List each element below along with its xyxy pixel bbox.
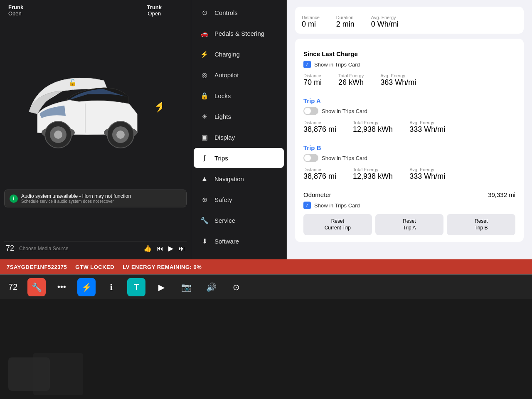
dots-icon[interactable]: •••: [52, 278, 71, 296]
trip-a-toggle[interactable]: [303, 107, 318, 115]
trunk-label: Trunk Open: [147, 4, 162, 17]
media-bar: 72 Choose Media Source 👍 ⏮ ▶ ⏭: [4, 241, 187, 255]
trip-b-heading: Trip B: [303, 144, 515, 151]
sidebar-item-safety[interactable]: ⊕ Safety: [194, 190, 284, 209]
door-labels: Frunk Open Trunk Open: [4, 4, 187, 21]
safety-icon: ⊕: [200, 195, 209, 204]
trip-a-stats: Distance 38,876 mi Total Energy 12,938 k…: [303, 120, 515, 134]
circle-icon[interactable]: ⊙: [227, 278, 245, 296]
sidebar-item-locks[interactable]: 🔒 Locks: [194, 86, 284, 106]
vin-text: 7SAYGDEF1NF522375: [7, 264, 67, 270]
main-content: Frunk Open Trunk Open: [0, 0, 532, 259]
current-trip-stats: Distance 0 mi Duration 2 min Avg. Energy…: [302, 15, 517, 29]
car-panel: Frunk Open Trunk Open: [0, 0, 191, 259]
trip-a-heading: Trip A: [303, 97, 515, 104]
since-last-charge-checkbox[interactable]: ✓: [303, 61, 311, 68]
divider-3: [303, 186, 515, 186]
next-btn[interactable]: ⏭: [178, 245, 185, 252]
odometer-checkbox[interactable]: ✓: [303, 202, 311, 209]
notification-bar: i Audio system unavailable - Horn may no…: [4, 190, 187, 207]
trip-a-show-row: Show in Trips Card: [303, 107, 515, 115]
reset-trip-a-btn[interactable]: ResetTrip A: [375, 214, 444, 235]
car-visual: ⚡ 🔓: [4, 49, 187, 158]
trips-icon: ∫: [200, 154, 209, 162]
locks-icon: 🔒: [200, 91, 209, 100]
trip-b-avg-energy: Avg. Energy 333 Wh/mi: [409, 167, 445, 181]
tesla-screen: Frunk Open Trunk Open: [0, 0, 532, 274]
svg-point-8: [116, 131, 125, 139]
trip-a-total-energy: Total Energy 12,938 kWh: [353, 120, 393, 134]
sidebar-item-navigation[interactable]: ▲ Navigation: [194, 169, 284, 189]
sidebar-item-service[interactable]: 🔧 Service: [194, 210, 284, 230]
trip-b-show-row: Show in Trips Card: [303, 154, 515, 162]
text-icon[interactable]: T: [127, 278, 145, 296]
prev-btn[interactable]: ⏮: [157, 245, 163, 252]
divider-2: [303, 139, 515, 139]
odometer-row: Odometer 39,332 mi: [303, 191, 515, 198]
sidebar-item-pedals-steering[interactable]: 🚗 Pedals & Steering: [194, 23, 284, 43]
temperature-display: 72: [6, 244, 14, 253]
play-btn[interactable]: ▶: [168, 244, 173, 252]
frunk-label: Frunk Open: [8, 4, 23, 17]
trip-b-total-energy: Total Energy 12,938 kWh: [353, 167, 393, 181]
car-svg: ⚡ 🔓: [4, 49, 162, 158]
controls-icon: ⊙: [200, 8, 209, 17]
charging-icon: ⚡: [200, 50, 209, 58]
odometer-show-row: ✓ Show in Trips Card: [303, 202, 515, 209]
slc-avg-energy: Avg. Energy 363 Wh/mi: [380, 73, 416, 87]
sidebar-item-controls[interactable]: ⊙ Controls: [194, 2, 284, 22]
bluetooth-icon[interactable]: ⚡: [77, 278, 96, 296]
since-last-charge-section: Since Last Charge ✓ Show in Trips Card D…: [295, 39, 524, 242]
reset-current-trip-btn[interactable]: ResetCurrent Trip: [303, 214, 372, 235]
thumbs-up-btn[interactable]: 👍: [143, 244, 152, 252]
desktop-bg-lower: [0, 299, 532, 399]
gtw-status-text: GTW LOCKED: [75, 264, 114, 270]
sidebar-item-lights[interactable]: ☀ Lights: [194, 106, 284, 126]
sidebar-item-display[interactable]: ▣ Display: [194, 127, 284, 147]
volume-icon[interactable]: 🔊: [202, 278, 220, 296]
lv-energy-text: LV ENERGY REMAINING: 0%: [123, 264, 202, 270]
trip-a-distance: Distance 38,876 mi: [303, 120, 336, 134]
sidebar-item-trips[interactable]: ∫ Trips: [194, 148, 284, 168]
lights-icon: ☀: [200, 112, 209, 121]
slc-distance: Distance 70 mi: [303, 73, 322, 87]
since-last-charge-heading: Since Last Charge: [303, 50, 515, 57]
svg-text:⚡: ⚡: [154, 99, 162, 113]
trip-b-toggle[interactable]: [303, 154, 318, 162]
camera-icon[interactable]: 📷: [177, 278, 195, 296]
notification-content: Audio system unavailable - Horn may not …: [21, 193, 131, 204]
navigation-icon: ▲: [200, 175, 209, 183]
trip-b-distance: Distance 38,876 mi: [303, 167, 336, 181]
svg-point-5: [54, 131, 62, 139]
info-taskbar-icon[interactable]: ℹ: [102, 278, 121, 296]
media-source-label: Choose Media Source: [19, 246, 138, 251]
taskbar-temperature: 72: [8, 282, 17, 292]
sidebar-item-autopilot[interactable]: ◎ Autopilot: [194, 65, 284, 85]
trip-a-avg-energy: Avg. Energy 333 Wh/mi: [409, 120, 445, 134]
sidebar-item-software[interactable]: ⬇ Software: [194, 231, 284, 251]
wrench-icon[interactable]: 🔧: [27, 278, 46, 296]
autopilot-icon: ◎: [200, 71, 209, 79]
info-icon: i: [10, 195, 18, 203]
bg-element-2: [33, 353, 83, 395]
reset-buttons-row: ResetCurrent Trip ResetTrip A ResetTrip …: [303, 214, 515, 235]
software-icon: ⬇: [200, 237, 209, 245]
since-last-charge-show-row: ✓ Show in Trips Card: [303, 61, 515, 68]
play-taskbar-icon[interactable]: ▶: [152, 278, 170, 296]
sidebar-item-charging[interactable]: ⚡ Charging: [194, 44, 284, 64]
status-bar: 7SAYGDEF1NF522375 GTW LOCKED LV ENERGY R…: [0, 259, 532, 274]
svg-text:🔓: 🔓: [69, 79, 77, 86]
reset-trip-b-btn[interactable]: ResetTrip B: [447, 214, 515, 235]
divider-1: [303, 92, 515, 92]
trips-content: Distance 0 mi Duration 2 min Avg. Energy…: [287, 0, 532, 259]
display-icon: ▣: [200, 133, 209, 141]
settings-sidebar: ⊙ Controls 🚗 Pedals & Steering ⚡ Chargin…: [191, 0, 287, 259]
taskbar: 72 🔧 ••• ⚡ ℹ T ▶ 📷 🔊 ⊙: [0, 274, 532, 299]
service-icon: 🔧: [200, 216, 209, 224]
since-last-charge-stats: Distance 70 mi Total Energy 26 kWh Avg. …: [303, 73, 515, 87]
current-distance-stat: Distance 0 mi: [302, 15, 320, 29]
trip-b-stats: Distance 38,876 mi Total Energy 12,938 k…: [303, 167, 515, 181]
current-duration-stat: Duration 2 min: [336, 15, 355, 29]
desktop-background: 72 🔧 ••• ⚡ ℹ T ▶ 📷 🔊 ⊙: [0, 274, 532, 399]
current-trip-section: Distance 0 mi Duration 2 min Avg. Energy…: [295, 7, 524, 34]
